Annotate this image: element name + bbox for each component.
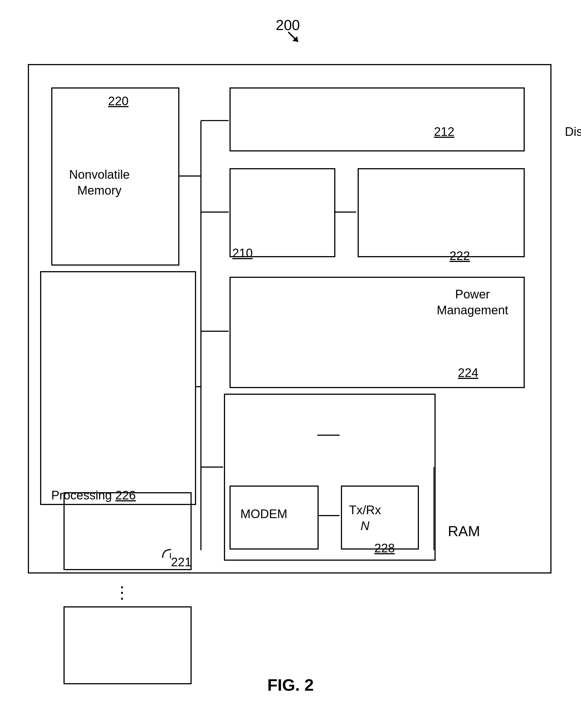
- display-box: 212 Display: [229, 87, 525, 152]
- pm-number: 210: [232, 246, 253, 260]
- modeml-box-standalone: MODEM: [229, 486, 319, 550]
- connector-221-svg: [163, 550, 185, 566]
- es-number: 222: [450, 249, 470, 263]
- main-box: 220 NonvolatileMemory 212 Display PowerM…: [28, 64, 552, 573]
- txrxn-box-standalone: Tx/RxN: [341, 486, 419, 550]
- display-text: Display: [565, 125, 581, 139]
- txrxn-standalone-text: Tx/RxN: [349, 502, 381, 534]
- nvm-box: 220 NonvolatileMemory: [51, 87, 179, 266]
- processing-text: Processing: [51, 488, 112, 502]
- ram-text: RAM: [448, 523, 480, 540]
- display-number: 212: [434, 125, 454, 139]
- fig2-label: FIG. 2: [268, 675, 314, 695]
- modeml-standalone-text: MODEM: [241, 507, 287, 521]
- power-management-box: PowerManagement: [229, 168, 335, 257]
- ram-box: RAM: [229, 277, 525, 388]
- fig-arrow: [285, 29, 302, 46]
- nvm-number: 220: [108, 94, 128, 108]
- processing-outer-box: ProcessingComponent 1 ⋮ ProcessingCompon…: [40, 271, 196, 505]
- energy-storage-box: EnergyStorage: [358, 168, 525, 257]
- processing-component-n-box: ProcessingComponent N: [64, 606, 192, 684]
- page: 200: [0, 0, 581, 728]
- nvm-text: NonvolatileMemory: [69, 166, 130, 198]
- ram-number: 224: [458, 366, 478, 380]
- processing-number: 226: [115, 488, 136, 502]
- modem-group-number: 228: [374, 541, 395, 555]
- ellipsis: ⋮: [113, 583, 131, 602]
